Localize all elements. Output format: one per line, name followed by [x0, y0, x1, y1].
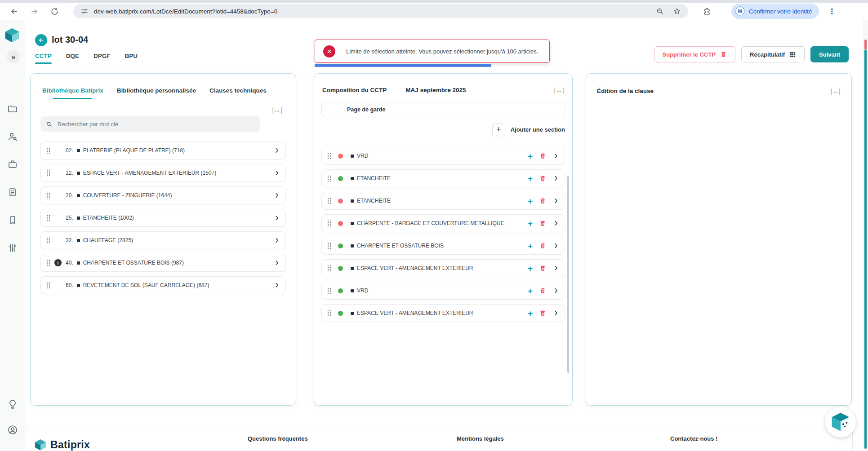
browser-menu-icon[interactable]: ⋮ [828, 7, 836, 16]
chevron-right-icon[interactable] [553, 220, 559, 226]
drag-handle-icon[interactable] [46, 192, 50, 199]
section-row[interactable]: VRD+ [321, 282, 565, 300]
add-clause-icon[interactable]: + [528, 287, 533, 295]
section-row[interactable]: CHARPENTE - BARDAGE ET COUVERTURE METALL… [321, 214, 565, 232]
drag-handle-icon[interactable] [46, 260, 50, 266]
section-row[interactable]: ESPACE VERT - AMENAGEMENT EXTERIEUR+ [321, 259, 565, 277]
library-item[interactable]: 02.PLATRERIE (PLAQUE DE PLATRE) (718) [40, 141, 286, 159]
tab-dpgf[interactable]: DPGF [93, 53, 111, 64]
drag-handle-icon[interactable] [327, 220, 331, 227]
resize-panel-icon[interactable]: |↔| [554, 86, 564, 94]
chevron-right-icon[interactable] [553, 175, 559, 181]
section-row[interactable]: ETANCHEITE+ [321, 192, 565, 210]
reload-icon[interactable] [50, 7, 59, 16]
drag-handle-icon[interactable] [327, 265, 331, 272]
chevron-right-icon[interactable] [274, 192, 280, 199]
drag-handle-icon[interactable] [327, 175, 331, 182]
resize-panel-icon[interactable]: |↔| [830, 87, 841, 95]
footer-link-questions-fr-quentes[interactable]: Questions fréquentes [248, 435, 308, 442]
cover-page-row[interactable]: Page de garde [321, 102, 565, 117]
section-row[interactable]: ESPACE VERT - AMENAGEMENT EXTERIEUR+ [321, 304, 565, 322]
add-clause-icon[interactable]: + [528, 309, 533, 318]
add-clause-icon[interactable]: + [528, 174, 533, 183]
extensions-icon[interactable] [703, 7, 711, 16]
add-clause-icon[interactable]: + [528, 197, 533, 205]
footer-link-mentions-l-gales[interactable]: Mentions légales [457, 435, 504, 442]
drag-handle-icon[interactable] [46, 237, 50, 244]
tab-clauses-techniques[interactable]: Clauses techniques [209, 87, 267, 99]
chevron-right-icon[interactable] [553, 198, 559, 204]
back-to-lot-button[interactable] [35, 34, 47, 46]
scrollbar-thumb[interactable] [864, 49, 867, 449]
library-item[interactable]: 60.REVETEMENT DE SOL (SAUF CARRELAGE) (6… [40, 276, 286, 294]
briefcase-icon[interactable] [7, 159, 18, 170]
chatbot-button[interactable] [825, 407, 856, 438]
recap-button[interactable]: Récapitulatif [741, 46, 805, 62]
page-scrollbar[interactable] [863, 20, 868, 451]
tab-biblioth-que-personnalis-e[interactable]: Bibliothèque personnalisée [117, 87, 196, 99]
add-section-button[interactable]: + Ajouter une section [321, 123, 565, 136]
url-text[interactable]: dev-web.batiprix.com/LotDce/EditDocument… [94, 8, 277, 15]
library-item[interactable]: 32.CHAUFFAGE (2825) [40, 231, 286, 249]
search-input[interactable] [57, 120, 254, 128]
info-icon[interactable]: i [54, 259, 62, 266]
drag-handle-icon[interactable] [327, 310, 331, 317]
chevron-right-icon[interactable] [553, 287, 559, 294]
section-row[interactable]: ETANCHEITE+ [321, 169, 565, 187]
document-icon[interactable] [7, 187, 18, 198]
chevron-right-icon[interactable] [553, 243, 559, 249]
tab-cctp[interactable]: CCTP [35, 53, 52, 64]
user-search-icon[interactable] [7, 131, 18, 142]
profile-chip[interactable]: M Confirmer votre identité [731, 4, 819, 19]
back-icon[interactable] [10, 7, 18, 16]
section-row[interactable]: CHARPENTE ET OSSATURE BOIS+ [321, 237, 565, 255]
search-box[interactable] [40, 116, 260, 132]
delete-section-icon[interactable] [539, 220, 546, 227]
sliders-icon[interactable] [7, 243, 18, 253]
delete-cctp-button[interactable]: Supprimer le CCTP [654, 46, 735, 62]
section-row[interactable]: VRD+ [321, 147, 565, 165]
inner-scrollbar[interactable] [567, 176, 569, 373]
library-item[interactable]: 20.COUVERTURE - ZINGUERIE (1644) [40, 186, 286, 204]
drag-handle-icon[interactable] [46, 282, 50, 289]
url-bar[interactable]: dev-web.batiprix.com/LotDce/EditDocument… [73, 4, 688, 18]
drag-handle-icon[interactable] [46, 215, 50, 221]
chevron-right-icon[interactable] [274, 147, 280, 154]
bookmark-star-icon[interactable] [673, 7, 681, 15]
bookmark-icon[interactable] [7, 215, 18, 226]
library-item[interactable]: 25.ETANCHEITE (1002) [40, 209, 286, 227]
drag-handle-icon[interactable] [327, 287, 331, 294]
drag-handle-icon[interactable] [327, 243, 331, 249]
drag-handle-icon[interactable] [46, 170, 50, 177]
next-button[interactable]: Suivant [810, 46, 849, 62]
delete-section-icon[interactable] [539, 175, 546, 182]
tab-dqe[interactable]: DQE [66, 53, 79, 64]
site-settings-icon[interactable] [80, 7, 89, 15]
resize-panel-icon[interactable]: |↔| [272, 106, 282, 114]
tab-biblioth-que-batiprix[interactable]: Bibliothèque Batiprix [42, 87, 103, 99]
footer-link-contactez-nous[interactable]: Contactez-nous ! [670, 435, 717, 442]
expand-sidebar-button[interactable]: » [7, 50, 20, 63]
add-clause-icon[interactable]: + [528, 152, 533, 160]
delete-section-icon[interactable] [539, 197, 546, 204]
account-icon[interactable] [7, 424, 18, 435]
chevron-right-icon[interactable] [553, 310, 559, 316]
chevron-right-icon[interactable] [553, 153, 559, 159]
forward-icon[interactable] [30, 7, 39, 16]
drag-handle-icon[interactable] [327, 198, 331, 204]
drag-handle-icon[interactable] [327, 153, 331, 159]
lightbulb-icon[interactable] [7, 399, 18, 410]
delete-section-icon[interactable] [539, 152, 546, 159]
delete-section-icon[interactable] [539, 265, 546, 272]
add-clause-icon[interactable]: + [528, 242, 533, 250]
tab-bpu[interactable]: BPU [125, 53, 138, 64]
library-item[interactable]: 12.ESPACE VERT - AMENAGEMENT EXTERIEUR (… [40, 164, 286, 182]
chevron-right-icon[interactable] [274, 170, 280, 176]
delete-section-icon[interactable] [539, 242, 546, 249]
library-item[interactable]: i40.CHARPENTE ET OSSATURE BOIS (987) [40, 254, 286, 272]
chevron-right-icon[interactable] [274, 215, 280, 221]
chevron-right-icon[interactable] [274, 237, 280, 243]
add-clause-icon[interactable]: + [528, 264, 533, 273]
folder-icon[interactable] [7, 103, 18, 114]
chevron-right-icon[interactable] [274, 282, 280, 288]
